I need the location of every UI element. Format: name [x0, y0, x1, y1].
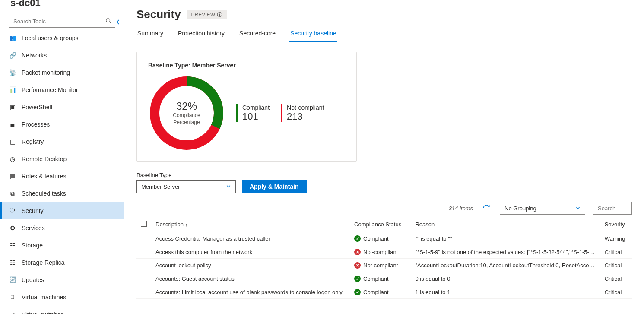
sidebar-item-label: Virtual machines [22, 294, 66, 301]
check-icon: ✓ [354, 289, 361, 295]
sidebar-item-performance-monitor[interactable]: 📊Performance Monitor [0, 81, 124, 98]
sidebar-item-scheduled-tasks[interactable]: ⧉Scheduled tasks [0, 185, 124, 202]
table-search-input[interactable] [597, 205, 628, 212]
x-icon: ✕ [354, 262, 361, 269]
svg-line-1 [110, 22, 111, 23]
page-title: Security [136, 8, 181, 21]
services-icon: ⚙ [9, 224, 16, 232]
col-compliance[interactable]: Compliance Status [350, 217, 411, 232]
compliant-stat: Compliant 101 [236, 104, 270, 122]
tab-protection-history[interactable]: Protection history [177, 30, 225, 42]
virtual-machines-icon: 🖥 [9, 293, 16, 301]
items-count: 314 items [449, 205, 473, 212]
processes-icon: ≣ [9, 121, 16, 128]
apply-maintain-button[interactable]: Apply & Maintain [242, 180, 307, 193]
virtual-switches-icon: ⇄ [9, 311, 16, 314]
sidebar-item-services[interactable]: ⚙Services [0, 219, 124, 237]
sidebar-item-label: Registry [22, 138, 44, 145]
search-icon [105, 18, 111, 25]
tabs: SummaryProtection historySecured-coreSec… [136, 30, 632, 42]
sidebar-item-powershell[interactable]: ▣PowerShell [0, 98, 124, 116]
table-search-box[interactable] [593, 202, 632, 215]
card-title: Baseline Type: Member Server [148, 62, 345, 69]
preview-badge-text: PREVIEW [191, 12, 215, 18]
search-tools-input[interactable] [13, 18, 105, 25]
sidebar-item-label: Packet monitoring [22, 69, 70, 76]
sidebar-item-registry[interactable]: ◫Registry [0, 133, 124, 150]
row-severity: Critical [600, 285, 632, 299]
compliant-label: Compliant [242, 104, 270, 111]
row-severity: Critical [600, 259, 632, 272]
donut-subtitle: CompliancePercentage [173, 112, 200, 126]
col-description[interactable]: Description↑ [151, 217, 350, 232]
preview-badge: PREVIEW [187, 10, 227, 19]
updates-icon: 🔄 [9, 276, 16, 284]
grouping-select[interactable]: No Grouping [500, 202, 585, 215]
tab-summary[interactable]: Summary [136, 30, 164, 42]
sidebar-item-label: Roles & features [22, 173, 67, 180]
sidebar-item-label: Local users & groups [22, 35, 79, 41]
search-tools-box[interactable] [9, 15, 115, 28]
sidebar-item-label: Performance Monitor [22, 86, 78, 93]
sidebar-item-local-users[interactable]: 👥Local users & groups [0, 31, 124, 47]
sidebar-item-updates[interactable]: 🔄Updates [0, 271, 124, 289]
nav-scroll[interactable]: 👥Local users & groups🔗Networks📡Packet mo… [0, 31, 124, 314]
chevron-down-icon [226, 184, 231, 190]
sidebar-item-label: Processes [22, 121, 50, 128]
networks-icon: 🔗 [9, 51, 16, 59]
tab-security-baseline[interactable]: Security baseline [289, 30, 337, 42]
row-reason: "*S-1-5-9" is not one of the expected va… [411, 245, 600, 259]
registry-icon: ◫ [9, 138, 16, 146]
sidebar-item-label: Services [22, 225, 45, 232]
storage-icon: ☷ [9, 241, 16, 249]
sidebar-item-virtual-machines[interactable]: 🖥Virtual machines [0, 289, 124, 306]
grouping-value: No Grouping [504, 205, 536, 212]
performance-monitor-icon: 📊 [9, 86, 16, 94]
sidebar-item-label: Remote Desktop [22, 155, 67, 162]
row-status: ✓Compliant [350, 272, 411, 285]
sidebar-item-storage-replica[interactable]: ☷Storage Replica [0, 254, 124, 271]
sidebar-item-label: Networks [22, 52, 47, 59]
row-description: Accounts: Guest account status [151, 272, 350, 285]
row-status: ✓Compliant [350, 232, 411, 245]
info-icon [217, 12, 222, 17]
sidebar-item-storage[interactable]: ☷Storage [0, 237, 124, 254]
table-row[interactable]: Account lockout policy ✕Not-compliant "A… [136, 259, 632, 272]
row-status: ✕Not-compliant [350, 259, 411, 272]
row-status: ✓Compliant [350, 285, 411, 299]
baseline-table: Description↑ Compliance Status Reason Se… [136, 217, 632, 299]
sidebar-item-networks[interactable]: 🔗Networks [0, 47, 124, 64]
row-severity: Critical [600, 245, 632, 259]
table-row[interactable]: Access Credential Manager as a trusted c… [136, 232, 632, 245]
noncompliant-value: 213 [287, 111, 324, 122]
sidebar-item-label: Storage Replica [22, 259, 65, 266]
compliant-value: 101 [242, 111, 270, 122]
row-description: Access Credential Manager as a trusted c… [151, 232, 350, 245]
sidebar-item-security[interactable]: 🛡Security [0, 202, 124, 219]
tab-secured-core[interactable]: Secured-core [238, 30, 276, 42]
row-reason: 0 is equal to 0 [411, 272, 600, 285]
table-row[interactable]: Accounts: Guest account status ✓Complian… [136, 272, 632, 285]
security-icon: 🛡 [9, 207, 16, 215]
collapse-sidebar-button[interactable] [115, 19, 121, 27]
baseline-type-select[interactable]: Member Server [136, 180, 236, 193]
sidebar-item-remote-desktop[interactable]: ◷Remote Desktop [0, 150, 124, 168]
refresh-button[interactable] [481, 203, 492, 214]
select-all-checkbox[interactable] [141, 221, 147, 227]
col-severity[interactable]: Severity [600, 217, 632, 232]
powershell-icon: ▣ [9, 103, 16, 111]
sidebar-item-packet-monitoring[interactable]: 📡Packet monitoring [0, 64, 124, 81]
check-icon: ✓ [354, 276, 361, 282]
row-severity: Critical [600, 272, 632, 285]
table-row[interactable]: Accounts: Limit local account use of bla… [136, 285, 632, 299]
sidebar-item-label: PowerShell [22, 104, 52, 111]
row-description: Access this computer from the network [151, 245, 350, 259]
sidebar-item-roles-features[interactable]: ▤Roles & features [0, 168, 124, 185]
col-reason[interactable]: Reason [411, 217, 600, 232]
table-row[interactable]: Access this computer from the network ✕N… [136, 245, 632, 259]
sidebar-item-processes[interactable]: ≣Processes [0, 116, 124, 133]
packet-monitoring-icon: 📡 [9, 69, 16, 76]
sidebar-item-label: Scheduled tasks [22, 190, 66, 197]
sidebar-item-virtual-switches[interactable]: ⇄Virtual switches [0, 306, 124, 314]
sort-asc-icon: ↑ [185, 222, 188, 227]
